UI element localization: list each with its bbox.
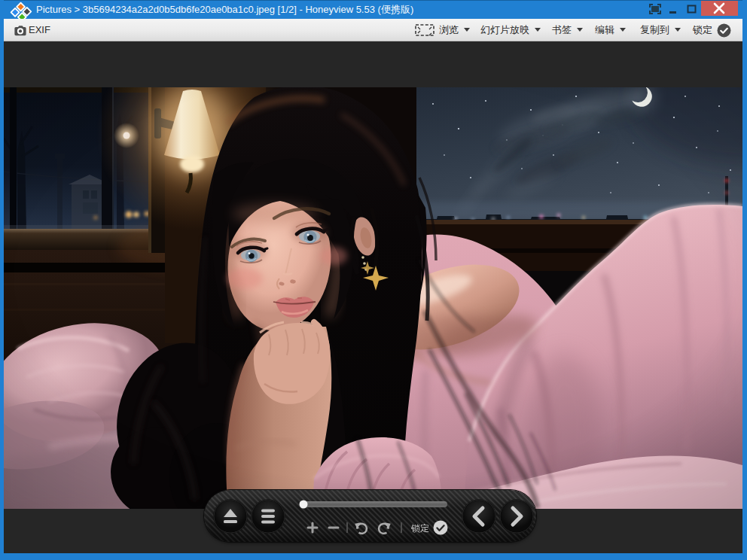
svg-text:锁定: 锁定	[410, 523, 429, 534]
